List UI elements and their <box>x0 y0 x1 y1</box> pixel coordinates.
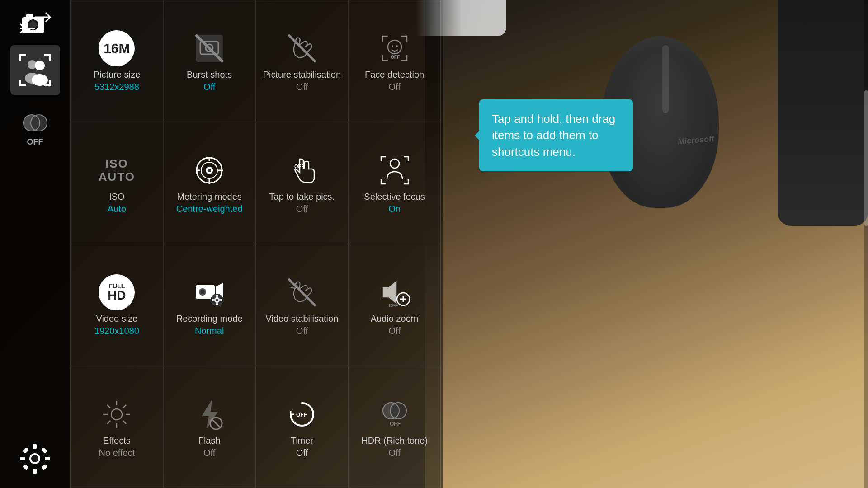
settings-grid: 16M Picture size 5312x2988 Burst shots O… <box>70 0 441 488</box>
timer-cell[interactable]: OFF Timer Off <box>256 366 349 488</box>
scrollbar-thumb[interactable] <box>864 90 868 226</box>
scrollbar[interactable] <box>864 0 868 488</box>
svg-point-2 <box>29 21 37 28</box>
audio-zoom-value: Off <box>388 326 400 336</box>
video-stabilisation-cell[interactable]: Video stabilisation Off <box>256 244 349 366</box>
burst-shots-value: Off <box>203 82 215 92</box>
metering-modes-label: Metering modes <box>177 191 241 202</box>
face-detection-value: Off <box>388 82 400 92</box>
burst-shots-icon <box>191 30 227 66</box>
effects-cell[interactable]: Effects No effect <box>71 366 163 488</box>
picture-size-value: 5312x2988 <box>94 82 139 92</box>
recording-mode-cell[interactable]: Recording mode Normal <box>163 244 256 366</box>
svg-rect-24 <box>33 444 37 449</box>
timer-value: Off <box>296 448 308 458</box>
burst-shots-label: Burst shots <box>187 69 232 80</box>
picture-size-icon: 16M <box>99 30 135 66</box>
metering-modes-cell[interactable]: Metering modes Centre-weighted <box>163 122 256 244</box>
hdr-cell[interactable]: OFF HDR (Rich tone) Off <box>348 366 441 488</box>
recording-mode-value: Normal <box>195 326 224 336</box>
svg-point-23 <box>31 455 38 462</box>
metering-modes-value: Centre-weighted <box>176 204 243 214</box>
tooltip-text: Tap and hold, then drag items to add the… <box>492 112 615 159</box>
svg-rect-60 <box>212 299 214 301</box>
svg-line-77 <box>212 419 220 427</box>
tap-to-take-cell[interactable]: OFF Tap to take pics. Off <box>256 122 349 244</box>
effect-toggle-label: OFF <box>27 137 43 147</box>
svg-rect-9 <box>49 54 51 61</box>
svg-point-67 <box>111 409 122 420</box>
effect-toggle-button[interactable]: OFF <box>10 104 60 154</box>
effects-value: No effect <box>99 448 135 458</box>
face-detection-icon: OFF <box>377 30 413 66</box>
svg-line-75 <box>107 421 110 424</box>
iso-cell[interactable]: ISOAUTO ISO Auto <box>71 122 163 244</box>
effects-label: Effects <box>103 435 131 446</box>
svg-rect-61 <box>220 299 222 301</box>
svg-rect-29 <box>41 447 47 453</box>
recording-mode-icon <box>191 274 227 310</box>
svg-rect-58 <box>216 295 218 297</box>
tap-to-take-value: Off <box>296 204 308 214</box>
metering-modes-icon <box>191 152 227 188</box>
video-size-label: Video size <box>96 313 137 324</box>
effects-icon <box>99 396 135 432</box>
flash-cell[interactable]: Flash Off <box>163 366 256 488</box>
selective-focus-value: On <box>388 204 401 214</box>
svg-rect-25 <box>33 469 37 474</box>
svg-rect-28 <box>23 447 29 453</box>
svg-point-37 <box>388 40 401 54</box>
svg-point-44 <box>208 169 211 172</box>
svg-point-57 <box>216 299 218 301</box>
svg-point-54 <box>200 290 205 294</box>
svg-text:OFF: OFF <box>390 421 401 427</box>
picture-stabilisation-cell[interactable]: Picture stabilisation Off <box>256 0 349 122</box>
picture-size-cell[interactable]: 16M Picture size 5312x2988 <box>71 0 163 122</box>
picture-size-label: Picture size <box>94 69 140 80</box>
sidebar: OFF <box>0 0 70 488</box>
settings-button[interactable] <box>15 438 56 479</box>
iso-icon: ISOAUTO <box>99 152 135 188</box>
timer-icon: OFF <box>284 396 320 432</box>
audio-zoom-cell[interactable]: OFF Audio zoom Off <box>348 244 441 366</box>
flash-icon <box>191 396 227 432</box>
svg-rect-30 <box>23 464 29 470</box>
flash-value: Off <box>203 448 215 458</box>
burst-shots-cell[interactable]: Burst shots Off <box>163 0 256 122</box>
picture-stabilisation-label: Picture stabilisation <box>263 69 341 80</box>
portrait-mode-button[interactable] <box>10 45 60 95</box>
video-stabilisation-value: Off <box>296 326 308 336</box>
svg-point-39 <box>396 45 398 47</box>
audio-zoom-label: Audio zoom <box>371 313 419 324</box>
svg-line-72 <box>107 405 110 408</box>
phone-decoration <box>778 0 868 226</box>
video-stabilisation-icon <box>284 274 320 310</box>
audio-zoom-icon: OFF <box>377 274 413 310</box>
svg-text:OFF: OFF <box>391 55 400 60</box>
video-stabilisation-label: Video stabilisation <box>265 313 338 324</box>
iso-value: Auto <box>108 204 126 214</box>
mouse-line-decoration <box>662 45 669 113</box>
switch-camera-button[interactable] <box>17 9 53 36</box>
svg-rect-27 <box>45 457 50 460</box>
tap-to-take-icon: OFF <box>284 152 320 188</box>
video-size-cell[interactable]: FULL HD Video size 868x488 <box>71 244 163 366</box>
hdr-icon: OFF <box>377 396 413 432</box>
selective-focus-icon <box>377 152 413 188</box>
svg-rect-11 <box>19 80 21 86</box>
face-detection-label: Face detection <box>365 69 424 80</box>
svg-text:OFF: OFF <box>294 164 304 169</box>
svg-rect-13 <box>49 80 51 86</box>
recording-mode-label: Recording mode <box>176 313 243 324</box>
flash-label: Flash <box>198 435 221 446</box>
svg-point-17 <box>32 74 48 86</box>
video-size-value: 868x488 <box>94 326 139 336</box>
face-detection-cell[interactable]: OFF Face detection Off <box>348 0 441 122</box>
svg-rect-59 <box>216 303 218 305</box>
svg-line-74 <box>123 405 126 408</box>
svg-rect-31 <box>41 464 47 470</box>
selective-focus-cell[interactable]: Selective focus On <box>348 122 441 244</box>
hdr-value: Off <box>388 448 400 458</box>
selective-focus-label: Selective focus <box>364 191 425 202</box>
tooltip-box: Tap and hold, then drag items to add the… <box>479 99 633 171</box>
